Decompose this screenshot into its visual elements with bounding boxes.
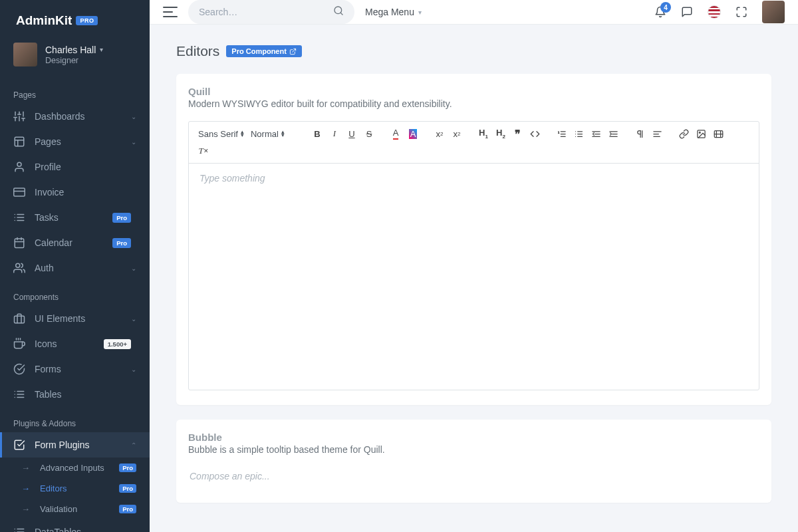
sidebar-item-ui-elements[interactable]: UI Elements ⌄: [0, 306, 150, 331]
sidebar-item-label: Auth: [35, 263, 131, 273]
direction-button[interactable]: [632, 126, 648, 142]
card-description: Modern WYSIWYG editor built for compatib…: [188, 98, 759, 109]
svg-point-25: [16, 263, 20, 267]
svg-line-44: [292, 49, 295, 52]
chevron-up-icon: ⌃: [131, 442, 136, 449]
list-icon: [13, 526, 25, 532]
video-button[interactable]: [711, 126, 727, 142]
count-badge: 1.500+: [104, 339, 131, 349]
clear-format-button[interactable]: T✕: [196, 143, 211, 159]
subscript-button[interactable]: x2: [432, 126, 448, 142]
briefcase-icon: [13, 313, 25, 325]
heading2-button[interactable]: H2: [493, 126, 509, 142]
sidebar-item-tables[interactable]: Tables: [0, 382, 150, 407]
nav-section-header: Plugins & Addons: [0, 407, 150, 432]
user-role: Designer: [45, 56, 103, 65]
align-button[interactable]: [650, 126, 666, 142]
background-color-button[interactable]: A: [405, 126, 421, 142]
search-input[interactable]: [199, 7, 333, 17]
sidebar-item-label: Form Plugins: [35, 440, 131, 450]
search-icon[interactable]: [333, 5, 344, 19]
link-button[interactable]: [676, 126, 692, 142]
sidebar-item-tasks[interactable]: Tasks Pro: [0, 205, 150, 230]
chevron-down-icon: ⌄: [131, 265, 136, 272]
underline-button[interactable]: U: [344, 126, 360, 142]
language-button[interactable]: [708, 5, 721, 19]
sidebar-item-datatables[interactable]: DataTables ⌄: [0, 519, 150, 532]
maximize-button[interactable]: [735, 6, 747, 18]
pro-component-badge[interactable]: Pro Component: [226, 45, 302, 57]
outdent-button[interactable]: [589, 126, 604, 142]
sidebar-item-label: Forms: [35, 364, 131, 374]
indent-button[interactable]: [606, 126, 622, 142]
sidebar-item-calendar[interactable]: Calendar Pro: [0, 230, 150, 255]
sidebar-sub-label: Editors: [40, 483, 119, 493]
blockquote-button[interactable]: ❞: [510, 126, 526, 142]
svg-line-43: [340, 13, 342, 15]
strike-button[interactable]: S: [361, 126, 377, 142]
sidebar-item-invoice[interactable]: Invoice: [0, 180, 150, 205]
chevron-down-icon: ⌄: [131, 315, 136, 323]
avatar[interactable]: [762, 1, 785, 23]
svg-point-64: [700, 132, 701, 133]
sidebar-item-form-plugins[interactable]: Form Plugins ⌃: [0, 432, 150, 458]
sidebar-item-label: Pages: [35, 136, 131, 147]
quill-card: Quill Modern WYSIWYG editor built for co…: [176, 74, 771, 405]
italic-button[interactable]: I: [327, 126, 342, 142]
editor-content-area[interactable]: Type something: [189, 164, 759, 390]
text-color-button[interactable]: A: [388, 126, 404, 142]
sidebar-item-pages[interactable]: Pages ⌄: [0, 129, 150, 154]
heading1-button[interactable]: H1: [475, 126, 491, 142]
svg-point-53: [575, 136, 576, 136]
card-title: Quill: [188, 86, 759, 97]
bullet-list-button[interactable]: [571, 126, 587, 142]
sort-icon: ▴▾: [241, 130, 244, 137]
sidebar-item-label: Tasks: [35, 212, 112, 223]
size-select[interactable]: Normal ▴▾: [248, 128, 299, 140]
mega-menu-dropdown[interactable]: Mega Menu ▾: [365, 7, 422, 17]
sidebar-item-label: UI Elements: [35, 313, 131, 324]
sidebar-item-auth[interactable]: Auth ⌄: [0, 255, 150, 281]
nav-section-header: Components: [0, 281, 150, 306]
sidebar-item-label: Icons: [35, 338, 104, 349]
font-select[interactable]: Sans Serif ▴▾: [196, 128, 247, 140]
sidebar-sub-advanced-inputs[interactable]: → Advanced Inputs Pro: [0, 458, 150, 478]
sidebar-item-label: Calendar: [35, 237, 112, 248]
menu-toggle-icon[interactable]: [163, 7, 178, 17]
bold-button[interactable]: B: [309, 126, 325, 142]
avatar: [13, 43, 37, 66]
user-panel[interactable]: Charles Hall ▾ Designer: [0, 39, 150, 78]
pro-badge: Pro: [119, 484, 136, 493]
check-square-icon: [13, 439, 25, 451]
sidebar-item-icons[interactable]: Icons 1.500+: [0, 331, 150, 356]
sidebar: AdminKit PRO Charles Hall ▾ Designer Pag…: [0, 0, 150, 532]
sidebar-sub-validation[interactable]: → Validation Pro: [0, 499, 150, 519]
messages-button[interactable]: [681, 6, 693, 18]
pro-badge: Pro: [119, 505, 136, 513]
brand[interactable]: AdminKit PRO: [0, 0, 150, 39]
us-flag-icon: [708, 5, 721, 19]
page-title: Editors: [176, 43, 219, 59]
card-description: Bubble is a simple tooltip based theme f…: [188, 444, 759, 455]
editor-toolbar: Sans Serif ▴▾ Normal ▴▾ B I U: [189, 122, 759, 164]
search-box[interactable]: [188, 0, 354, 24]
ordered-list-button[interactable]: [554, 126, 570, 142]
mega-menu-label: Mega Menu: [365, 7, 414, 17]
image-button[interactable]: [694, 126, 710, 142]
list-icon: [13, 211, 25, 223]
bubble-editor-content[interactable]: Compose an epic...: [188, 467, 759, 488]
sidebar-item-forms[interactable]: Forms ⌄: [0, 356, 150, 382]
superscript-button[interactable]: x2: [449, 126, 465, 142]
notifications-button[interactable]: 4: [654, 6, 666, 18]
user-name: Charles Hall: [45, 45, 96, 55]
arrow-right-icon: →: [21, 463, 33, 473]
nav-section-header: Pages: [0, 78, 150, 104]
sidebar-item-dashboards[interactable]: Dashboards ⌄: [0, 104, 150, 129]
svg-point-12: [17, 162, 21, 166]
chevron-down-icon: ⌄: [131, 529, 136, 533]
sidebar-item-label: Profile: [35, 162, 136, 172]
code-block-button[interactable]: [527, 126, 543, 142]
quill-editor: Sans Serif ▴▾ Normal ▴▾ B I U: [188, 121, 759, 390]
sidebar-sub-editors[interactable]: → Editors Pro: [0, 478, 150, 499]
sidebar-item-profile[interactable]: Profile: [0, 154, 150, 180]
